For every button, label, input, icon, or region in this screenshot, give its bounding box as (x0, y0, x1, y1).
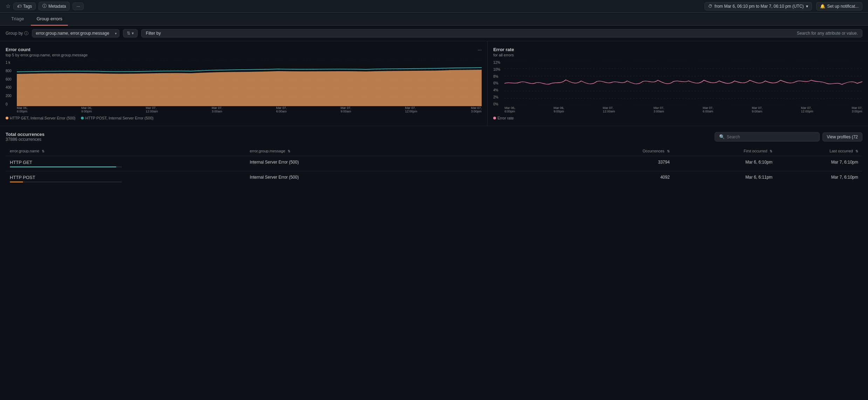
top-bar-left: ☆ 🏷 Tags ⓘ Metadata ··· (6, 2, 84, 11)
error-count-x-labels: Mar 06,6:00pm Mar 06,9:00pm Mar 07,12:00… (17, 106, 482, 113)
table-header-row: Total occurrences 37886 occurrences 🔍 Vi… (6, 132, 862, 142)
tab-triage[interactable]: Triage (6, 13, 29, 26)
chevron-down-icon: ▾ (806, 4, 808, 9)
total-occurrences: Total occurrences 37886 occurrences (6, 132, 44, 142)
cell-first-occurred-1: Mar 6, 6:10pm (674, 156, 777, 171)
more-button[interactable]: ··· (73, 2, 84, 10)
data-table: error.group.name ⇅ error.group.message ⇅… (6, 146, 862, 186)
metadata-button[interactable]: ⓘ Metadata (39, 2, 70, 11)
error-rate-subtitle: for all errors (493, 53, 862, 57)
col-error-group-name[interactable]: error.group.name ⇅ (6, 146, 246, 156)
col-last-occurred[interactable]: Last occurred ⇅ (777, 146, 862, 156)
error-name-1: HTTP GET (10, 160, 241, 165)
info-icon: ⓘ (24, 30, 28, 36)
legend-label-post: HTTP POST, Internal Server Error (500) (85, 116, 153, 120)
error-count-panel: Error count top 5 by error.group.name, e… (0, 41, 488, 126)
nav-tabs: Triage Group errors (0, 13, 868, 26)
error-rate-x-labels: Mar 06,6:00pm Mar 06,9:00pm Mar 07,12:00… (504, 106, 862, 113)
filter-by-label: Filter by (146, 31, 161, 36)
table-header: error.group.name ⇅ error.group.message ⇅… (6, 146, 862, 156)
error-rate-chart-content (504, 61, 862, 106)
table-body: HTTP GET Internal Server Error (500) 337… (6, 156, 862, 186)
cell-last-occurred-1: Mar 7, 6:10pm (777, 156, 862, 171)
error-count-legend: HTTP GET, Internal Server Error (500) HT… (6, 116, 482, 120)
time-range-selector[interactable]: ⏱ from Mar 6, 06:10 pm to Mar 7, 06:10 p… (704, 2, 812, 11)
table-search-input[interactable] (727, 135, 815, 139)
progress-fill-1 (10, 166, 116, 167)
sort-icon-first-occurred: ⇅ (770, 149, 772, 153)
filter-search-bar: Filter by Search for any attribute or va… (141, 29, 862, 37)
error-rate-y-axis: 12% 10% 8% 6% 4% 2% 0% (493, 61, 503, 106)
error-count-chart-content (17, 61, 482, 106)
info-circle-icon: ⓘ (42, 3, 47, 9)
sort-icon-last-occurred: ⇅ (855, 149, 858, 153)
progress-bg-1 (10, 166, 122, 167)
filter-icon: ⇅ (127, 31, 130, 36)
bell-icon: 🔔 (820, 4, 825, 9)
group-by-select-wrapper[interactable]: error.group.name, error.group.message (32, 29, 119, 37)
table-actions: 🔍 View profiles (72 (715, 132, 863, 142)
error-count-more-icon[interactable]: ··· (477, 47, 482, 53)
table-search-box[interactable]: 🔍 (715, 132, 820, 142)
total-label: Total occurrences (6, 132, 44, 137)
filter-input[interactable] (164, 31, 795, 36)
error-rate-chart: 12% 10% 8% 6% 4% 2% 0% (493, 61, 862, 113)
cell-error-group-message-1: Internal Server Error (500) (246, 156, 571, 171)
tags-label: Tags (23, 4, 32, 9)
sort-icon-name: ⇅ (42, 149, 44, 153)
error-count-chart: 1 k 800 600 400 200 0 (6, 61, 482, 113)
search-icon: 🔍 (719, 134, 725, 139)
top-bar: ☆ 🏷 Tags ⓘ Metadata ··· ⏱ from Mar 6, 06… (0, 0, 868, 13)
chevron-down-icon: ▾ (132, 31, 134, 36)
error-rate-title: Error rate (493, 47, 862, 52)
view-profiles-button[interactable]: View profiles (72 (822, 132, 863, 142)
legend-label-get: HTTP GET, Internal Server Error (500) (10, 116, 75, 120)
error-rate-legend: Error rate (493, 116, 862, 120)
error-count-subtitle: top 5 by error.group.name, error.group.m… (6, 53, 88, 57)
table-row[interactable]: HTTP POST Internal Server Error (500) 40… (6, 171, 862, 186)
more-icon: ··· (76, 4, 80, 9)
group-by-select[interactable]: error.group.name, error.group.message (32, 29, 119, 37)
error-name-2: HTTP POST (10, 175, 241, 180)
sort-icon-occurrences: ⇅ (667, 149, 670, 153)
legend-dot-error-rate (493, 117, 496, 119)
legend-label-error-rate: Error rate (497, 116, 514, 120)
notif-label: Set up notificat... (827, 4, 859, 9)
tag-icon: 🏷 (17, 4, 21, 9)
table-head: error.group.name ⇅ error.group.message ⇅… (6, 146, 862, 156)
table-section: Total occurrences 37886 occurrences 🔍 Vi… (0, 126, 868, 192)
star-button[interactable]: ☆ (6, 3, 11, 9)
error-rate-panel: Error rate for all errors 12% 10% 8% 6% … (488, 41, 868, 126)
col-first-occurred[interactable]: First occurred ⇅ (674, 146, 777, 156)
tab-group-errors[interactable]: Group errors (31, 13, 68, 26)
tags-button[interactable]: 🏷 Tags (13, 2, 36, 10)
error-count-svg (17, 61, 482, 106)
filter-button[interactable]: ⇅ ▾ (123, 29, 138, 37)
cell-first-occurred-2: Mar 6, 6:11pm (674, 171, 777, 186)
cell-error-group-name-1: HTTP GET (6, 156, 246, 171)
error-rate-svg (504, 61, 862, 106)
col-occurrences[interactable]: Occurrences ⇅ (571, 146, 674, 156)
cell-last-occurred-2: Mar 7, 6:10pm (777, 171, 862, 186)
toolbar: Group by ⓘ error.group.name, error.group… (0, 26, 868, 41)
cell-occurrences-2: 4092 (571, 171, 674, 186)
legend-dot-get (6, 117, 8, 119)
table-row[interactable]: HTTP GET Internal Server Error (500) 337… (6, 156, 862, 171)
progress-bg-2 (10, 181, 122, 182)
col-error-group-message[interactable]: error.group.message ⇅ (246, 146, 571, 156)
top-bar-right: ⏱ from Mar 6, 06:10 pm to Mar 7, 06:10 p… (704, 2, 862, 11)
error-count-title: Error count (6, 47, 88, 52)
sort-icon-message: ⇅ (288, 149, 290, 153)
group-by-label: Group by ⓘ (6, 30, 28, 36)
notification-button[interactable]: 🔔 Set up notificat... (816, 2, 862, 11)
filter-placeholder-text: Search for any attribute or value. (797, 31, 858, 36)
charts-row: Error count top 5 by error.group.name, e… (0, 41, 868, 126)
cell-error-group-message-2: Internal Server Error (500) (246, 171, 571, 186)
cell-occurrences-1: 33794 (571, 156, 674, 171)
cell-error-group-name-2: HTTP POST (6, 171, 246, 186)
legend-dot-post (81, 117, 84, 119)
clock-icon: ⏱ (708, 4, 712, 9)
total-value: 37886 occurrences (6, 137, 44, 142)
error-count-y-axis: 1 k 800 600 400 200 0 (6, 61, 15, 106)
metadata-label: Metadata (48, 4, 66, 9)
